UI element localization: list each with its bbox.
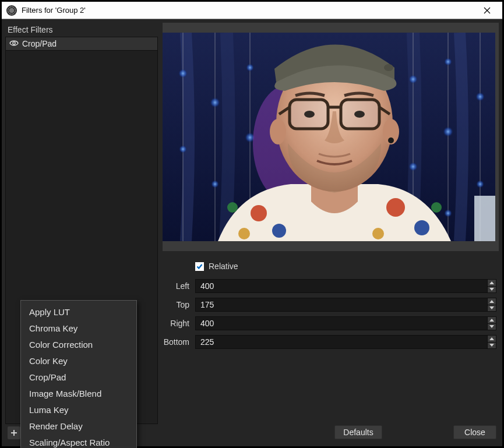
- effect-filters-header: Effect Filters: [5, 23, 158, 37]
- svg-point-9: [179, 145, 187, 153]
- chevron-down-icon: [489, 306, 494, 309]
- preview-frame: [163, 23, 499, 251]
- filter-row-crop-pad[interactable]: Crop/Pad: [6, 37, 157, 50]
- svg-point-27: [386, 198, 405, 217]
- checkmark-icon: [196, 263, 203, 270]
- eye-icon: [9, 40, 19, 47]
- svg-point-11: [211, 180, 219, 188]
- title-bar: Filters for 'Group 2': [2, 2, 502, 19]
- menu-item-render-delay[interactable]: Render Delay: [21, 418, 136, 435]
- top-step-down[interactable]: [487, 305, 496, 312]
- top-input[interactable]: [195, 298, 487, 312]
- svg-point-10: [210, 97, 220, 108]
- left-step-up[interactable]: [487, 279, 496, 287]
- filter-settings-panel: Relative Left Top: [163, 23, 499, 442]
- svg-point-43: [384, 64, 393, 71]
- menu-item-image-mask-blend[interactable]: Image Mask/Blend: [21, 386, 136, 402]
- svg-point-19: [444, 209, 452, 217]
- menu-item-color-correction[interactable]: Color Correction: [21, 337, 136, 353]
- effect-filters-panel: Effect Filters Crop/Pad: [5, 23, 158, 442]
- svg-point-21: [476, 180, 484, 188]
- chevron-up-icon: [489, 337, 494, 340]
- preview-canvas: [163, 33, 499, 241]
- close-button[interactable]: Close: [453, 425, 496, 439]
- svg-point-25: [272, 224, 286, 238]
- bottom-step-down[interactable]: [487, 343, 496, 350]
- right-input[interactable]: [195, 316, 487, 330]
- chevron-down-icon: [489, 288, 494, 291]
- add-filter-button[interactable]: [8, 426, 20, 439]
- bottom-label: Bottom: [163, 337, 195, 347]
- relative-label: Relative: [209, 262, 238, 271]
- svg-point-0: [13, 42, 15, 44]
- chevron-down-icon: [489, 344, 494, 347]
- svg-point-24: [251, 205, 267, 221]
- svg-point-33: [270, 119, 286, 144]
- chevron-up-icon: [489, 300, 494, 303]
- right-step-down[interactable]: [487, 324, 496, 331]
- svg-point-28: [414, 220, 429, 235]
- visibility-toggle[interactable]: [9, 39, 19, 48]
- svg-point-29: [372, 228, 384, 239]
- svg-point-18: [443, 126, 453, 137]
- bottom-step-up[interactable]: [487, 335, 496, 343]
- relative-checkbox[interactable]: [195, 262, 204, 271]
- window-title: Filters for 'Group 2': [22, 6, 475, 15]
- menu-item-apply-lut[interactable]: Apply LUT: [21, 304, 136, 320]
- svg-point-17: [444, 58, 452, 66]
- menu-item-luma-key[interactable]: Luma Key: [21, 402, 136, 418]
- left-label: Left: [163, 281, 195, 291]
- filter-list[interactable]: Crop/Pad: [5, 37, 158, 51]
- obs-logo-icon: [6, 5, 17, 16]
- chevron-up-icon: [489, 281, 494, 284]
- preview-image: [163, 33, 495, 241]
- left-input[interactable]: [195, 279, 487, 293]
- right-label: Right: [163, 319, 195, 328]
- left-step-down[interactable]: [487, 287, 496, 294]
- bottom-input[interactable]: [195, 335, 487, 349]
- chevron-up-icon: [489, 319, 494, 322]
- top-label: Top: [163, 300, 195, 309]
- plus-icon: [10, 429, 17, 436]
- svg-point-15: [408, 75, 418, 84]
- right-step-up[interactable]: [487, 316, 496, 324]
- svg-point-12: [246, 64, 254, 72]
- svg-point-16: [408, 162, 418, 171]
- svg-point-26: [238, 228, 250, 239]
- menu-item-chroma-key[interactable]: Chroma Key: [21, 320, 136, 337]
- menu-item-color-key[interactable]: Color Key: [21, 353, 136, 369]
- add-filter-menu[interactable]: Apply LUT Chroma Key Color Correction Co…: [20, 300, 137, 448]
- close-icon: [484, 7, 491, 14]
- svg-point-41: [304, 111, 315, 118]
- menu-item-crop-pad[interactable]: Crop/Pad: [21, 369, 136, 386]
- svg-point-30: [431, 202, 442, 213]
- svg-point-20: [475, 92, 485, 101]
- filter-name: Crop/Pad: [22, 39, 57, 48]
- defaults-button[interactable]: Defaults: [334, 425, 382, 439]
- svg-point-35: [388, 137, 394, 143]
- window-close-button[interactable]: [475, 2, 499, 19]
- chevron-down-icon: [489, 325, 494, 328]
- crop-pad-properties: Relative Left Top: [163, 262, 499, 354]
- svg-rect-22: [474, 196, 495, 241]
- svg-point-8: [178, 69, 188, 78]
- svg-point-31: [227, 202, 238, 213]
- menu-item-scaling-aspect-ratio[interactable]: Scaling/Aspect Ratio: [21, 435, 136, 448]
- top-step-up[interactable]: [487, 298, 496, 305]
- svg-point-42: [354, 111, 365, 118]
